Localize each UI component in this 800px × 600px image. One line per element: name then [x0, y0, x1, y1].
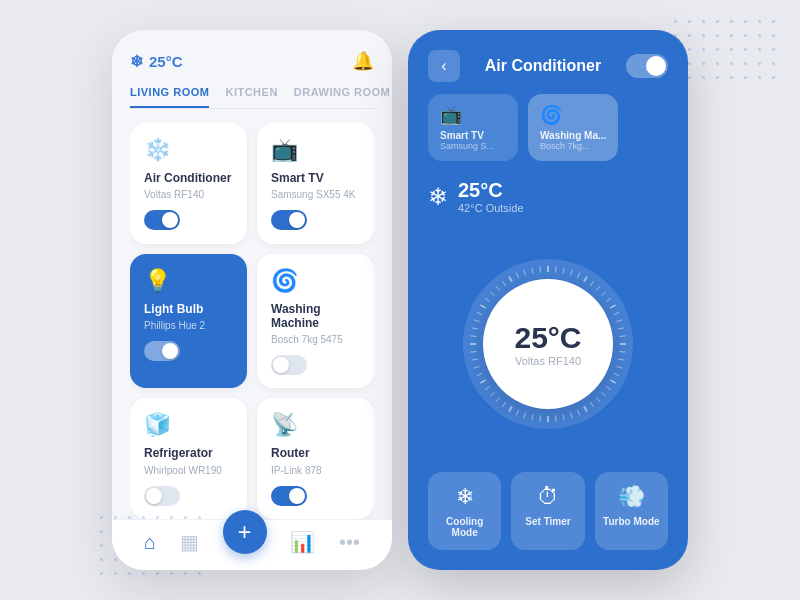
- tab-drawing-room[interactable]: DRAWING ROOM: [294, 86, 390, 108]
- strip-card-tv[interactable]: 📺 Smart TV Samsung S...: [428, 94, 518, 161]
- dot-pattern-top-right: [674, 20, 780, 84]
- svg-line-54: [502, 281, 506, 286]
- ac-power-toggle[interactable]: [626, 54, 668, 78]
- strip-card-washer[interactable]: 🌀 Washing Ma... Bosch 7kg...: [528, 94, 618, 161]
- timer-button[interactable]: ⏱ Set Timer: [511, 472, 584, 550]
- svg-line-40: [480, 380, 485, 383]
- cooling-icon: ❄: [456, 484, 474, 510]
- device-card-ac[interactable]: ❄️ Air Conditioner Voltas RF140: [130, 123, 247, 244]
- svg-line-46: [470, 336, 476, 337]
- device-card-tv[interactable]: 📺 Smart TV Samsung SX55 4K: [257, 123, 374, 244]
- back-button[interactable]: ‹: [428, 50, 460, 82]
- device-card-bulb[interactable]: 💡 Light Bulb Phillips Hue 2: [130, 254, 247, 389]
- svg-line-59: [540, 266, 541, 272]
- timer-label: Set Timer: [525, 516, 570, 527]
- ac-toggle[interactable]: [144, 210, 180, 230]
- svg-line-19: [614, 373, 619, 375]
- dial-temperature: 25°C: [514, 321, 581, 355]
- svg-line-10: [610, 305, 615, 308]
- svg-line-58: [532, 268, 533, 274]
- turbo-icon: 💨: [618, 484, 645, 510]
- svg-line-18: [616, 366, 622, 368]
- device-card-fridge[interactable]: 🧊 Refrigerator Whirlpool WR190: [130, 398, 247, 519]
- weather-outside: 42°C Outside: [458, 202, 524, 214]
- svg-line-57: [524, 270, 526, 276]
- bulb-sub: Phillips Hue 2: [144, 320, 233, 331]
- svg-line-41: [477, 373, 482, 375]
- router-icon: 📡: [271, 412, 360, 438]
- svg-line-12: [616, 320, 622, 322]
- svg-line-51: [485, 298, 490, 302]
- svg-line-44: [470, 352, 476, 353]
- svg-line-6: [590, 281, 594, 286]
- svg-line-28: [563, 414, 564, 420]
- devices-grid: ❄️ Air Conditioner Voltas RF140 📺 Smart …: [130, 123, 374, 519]
- device-card-router[interactable]: 📡 Router IP-Link 878: [257, 398, 374, 519]
- svg-line-42: [474, 366, 480, 368]
- calendar-nav-icon[interactable]: ▦: [180, 530, 199, 554]
- tv-name: Smart TV: [271, 171, 360, 185]
- bottom-nav: ⌂ ▦ + 📊 •••: [112, 519, 392, 570]
- detail-header: ‹ Air Conditioner: [408, 30, 688, 94]
- device-card-washer[interactable]: 🌀 Washing Machine Bosch 7kg 5475: [257, 254, 374, 389]
- cooling-label: Cooling Mode: [436, 516, 493, 538]
- bulb-toggle[interactable]: [144, 341, 180, 361]
- svg-line-49: [477, 312, 482, 314]
- notification-bell-icon[interactable]: 🔔: [352, 50, 374, 72]
- svg-line-11: [614, 312, 619, 314]
- fridge-icon: 🧊: [144, 412, 233, 438]
- header-row: ❄ 25°C 🔔: [130, 50, 374, 72]
- svg-line-23: [596, 398, 600, 402]
- turbo-button[interactable]: 💨 Turbo Mode: [595, 472, 668, 550]
- dial-outer[interactable]: 25°C Voltas RF140: [463, 259, 633, 429]
- timer-icon: ⏱: [537, 484, 559, 510]
- svg-line-2: [563, 268, 564, 274]
- svg-line-25: [584, 406, 587, 411]
- svg-line-16: [620, 352, 626, 353]
- tv-sub: Samsung SX55 4K: [271, 189, 360, 200]
- svg-line-39: [485, 386, 490, 390]
- svg-line-17: [618, 359, 624, 360]
- fridge-toggle[interactable]: [144, 486, 180, 506]
- bulb-name: Light Bulb: [144, 302, 233, 316]
- svg-line-48: [474, 320, 480, 322]
- fridge-name: Refrigerator: [144, 446, 233, 460]
- svg-line-35: [509, 406, 512, 411]
- mode-buttons: ❄ Cooling Mode ⏱ Set Timer 💨 Turbo Mode: [408, 458, 688, 570]
- router-toggle[interactable]: [271, 486, 307, 506]
- svg-line-22: [602, 392, 606, 396]
- washer-toggle[interactable]: [271, 355, 307, 375]
- svg-line-53: [496, 286, 500, 290]
- svg-line-24: [590, 402, 594, 407]
- cooling-mode-button[interactable]: ❄ Cooling Mode: [428, 472, 501, 550]
- ac-icon: ❄️: [144, 137, 233, 163]
- svg-line-13: [618, 328, 624, 329]
- svg-line-38: [490, 392, 494, 396]
- tab-kitchen[interactable]: KITCHEN: [225, 86, 277, 108]
- svg-line-32: [532, 414, 533, 420]
- svg-line-8: [602, 292, 606, 296]
- svg-line-9: [606, 298, 611, 302]
- svg-line-33: [524, 412, 526, 418]
- turbo-label: Turbo Mode: [603, 516, 659, 527]
- fab-add-button[interactable]: +: [223, 510, 267, 554]
- svg-line-20: [610, 380, 615, 383]
- more-nav-icon[interactable]: •••: [339, 531, 360, 554]
- tab-living-room[interactable]: LIVING ROOM: [130, 86, 209, 108]
- tv-icon: 📺: [271, 137, 360, 163]
- tv-toggle[interactable]: [271, 210, 307, 230]
- svg-line-43: [472, 359, 478, 360]
- svg-line-21: [606, 386, 611, 390]
- phone-right: ‹ Air Conditioner 📺 Smart TV Samsung S..…: [408, 30, 688, 570]
- svg-line-31: [540, 416, 541, 422]
- chart-nav-icon[interactable]: 📊: [290, 530, 315, 554]
- router-sub: IP-Link 878: [271, 465, 360, 476]
- svg-line-47: [472, 328, 478, 329]
- app-container: ❄ 25°C 🔔 LIVING ROOM KITCHEN DRAWING ROO…: [112, 30, 688, 570]
- svg-line-27: [570, 412, 572, 418]
- router-name: Router: [271, 446, 360, 460]
- svg-line-7: [596, 286, 600, 290]
- temperature-display: ❄ 25°C: [130, 52, 183, 71]
- home-nav-icon[interactable]: ⌂: [144, 531, 156, 554]
- washer-icon: 🌀: [271, 268, 360, 294]
